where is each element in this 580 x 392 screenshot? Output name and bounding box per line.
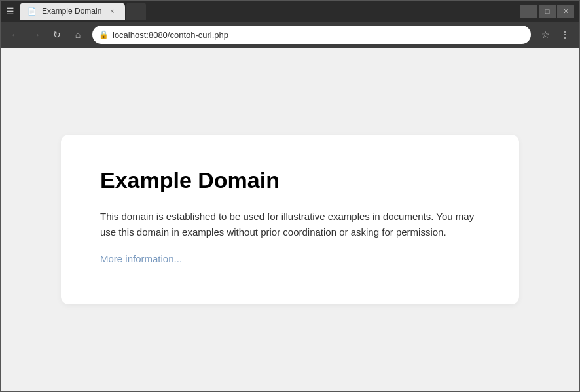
address-bar-container[interactable]: 🔒 bbox=[92, 26, 531, 44]
new-tab-button[interactable] bbox=[126, 3, 146, 20]
nav-right-icons: ☆ ⋮ bbox=[536, 26, 574, 44]
forward-button[interactable]: → bbox=[27, 26, 45, 44]
menu-button[interactable]: ⋮ bbox=[556, 26, 574, 44]
title-bar-left: ☰ 📄 Example Domain × bbox=[6, 3, 146, 20]
browser-menu-icon[interactable]: ☰ bbox=[6, 6, 14, 16]
restore-button[interactable]: □ bbox=[539, 5, 556, 18]
address-bar-input[interactable] bbox=[113, 30, 524, 40]
home-button[interactable]: ⌂ bbox=[69, 26, 87, 44]
page-content: Example Domain This domain is establishe… bbox=[1, 48, 579, 391]
back-button[interactable]: ← bbox=[6, 26, 24, 44]
minimize-button[interactable]: — bbox=[520, 5, 537, 18]
browser-window: ☰ 📄 Example Domain × — □ ✕ ← → ↻ ⌂ 🔒 bbox=[0, 0, 580, 392]
window-controls: — □ ✕ bbox=[520, 5, 574, 18]
tab-title: Example Domain bbox=[42, 7, 101, 16]
reload-button[interactable]: ↻ bbox=[48, 26, 66, 44]
page-body-text: This domain is established to be used fo… bbox=[100, 209, 480, 240]
tab-close-button[interactable]: × bbox=[107, 6, 117, 16]
close-button[interactable]: ✕ bbox=[557, 5, 574, 18]
bookmark-button[interactable]: ☆ bbox=[536, 26, 554, 44]
content-card: Example Domain This domain is establishe… bbox=[61, 135, 519, 304]
nav-bar: ← → ↻ ⌂ 🔒 ☆ ⋮ bbox=[1, 22, 579, 48]
lock-icon: 🔒 bbox=[99, 30, 109, 39]
active-tab[interactable]: 📄 Example Domain × bbox=[20, 3, 125, 20]
more-info-link[interactable]: More information... bbox=[100, 253, 182, 264]
tabs-area: 📄 Example Domain × bbox=[20, 3, 146, 20]
page-heading: Example Domain bbox=[100, 168, 480, 193]
tab-page-icon: 📄 bbox=[27, 7, 37, 16]
title-bar: ☰ 📄 Example Domain × — □ ✕ bbox=[1, 1, 579, 22]
